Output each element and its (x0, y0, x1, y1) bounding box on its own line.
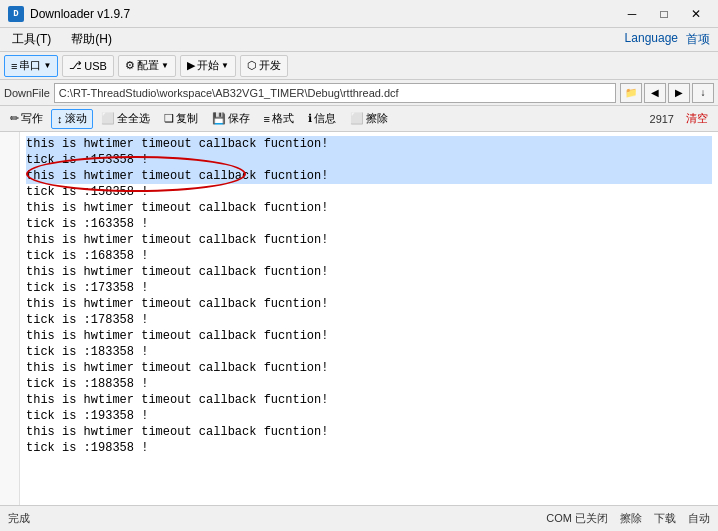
write-button[interactable]: ✏ 写作 (4, 109, 49, 129)
dev-button[interactable]: ⬡ 开发 (240, 55, 288, 77)
format-label: 格式 (272, 111, 294, 126)
log-line: this is hwtimer timeout callback fucntio… (26, 360, 712, 376)
scroll-label: 滚动 (65, 111, 87, 126)
menu-left: 工具(T) 帮助(H) (8, 29, 116, 50)
filepath-open-button[interactable]: 📁 (620, 83, 642, 103)
log-line: this is hwtimer timeout callback fucntio… (26, 392, 712, 408)
serial-label: 串口 (19, 58, 41, 73)
filepath-next-button[interactable]: ▶ (668, 83, 690, 103)
copy-icon: ❑ (164, 112, 174, 125)
erase-button[interactable]: ⬜ 擦除 (344, 109, 394, 129)
filepath-bar: DownFile 📁 ◀ ▶ ↓ (0, 80, 718, 106)
title-text: Downloader v1.9.7 (30, 7, 130, 21)
log-line: this is hwtimer timeout callback fucntio… (26, 200, 712, 216)
log-line: tick is :183358 ! (26, 344, 712, 360)
mode-status: 自动 (688, 511, 710, 526)
erase-label: 擦除 (366, 111, 388, 126)
close-button[interactable]: ✕ (682, 4, 710, 24)
log-line: tick is :168358 ! (26, 248, 712, 264)
menu-tools[interactable]: 工具(T) (8, 29, 55, 50)
status-right: COM 已关闭 擦除 下载 自动 (546, 511, 710, 526)
scroll-icon: ↕ (57, 113, 63, 125)
erase-status: 擦除 (620, 511, 642, 526)
log-line: this is hwtimer timeout callback fucntio… (26, 168, 712, 184)
select-all-label: 全全选 (117, 111, 150, 126)
select-all-button[interactable]: ⬜ 全全选 (95, 109, 156, 129)
title-bar-controls: ─ □ ✕ (618, 4, 710, 24)
log-line: tick is :178358 ! (26, 312, 712, 328)
save-icon: 💾 (212, 112, 226, 125)
log-line: tick is :163358 ! (26, 216, 712, 232)
info-label: 信息 (314, 111, 336, 126)
app-icon: D (8, 6, 24, 22)
start-dropdown-arrow: ▼ (221, 61, 229, 70)
select-all-icon: ⬜ (101, 112, 115, 125)
menu-home[interactable]: 首项 (686, 31, 710, 48)
write-icon: ✏ (10, 112, 19, 125)
copy-button[interactable]: ❑ 复制 (158, 109, 204, 129)
title-bar: D Downloader v1.9.7 ─ □ ✕ (0, 0, 718, 28)
format-icon: ≡ (264, 113, 270, 125)
write-label: 写作 (21, 111, 43, 126)
log-line: tick is :193358 ! (26, 408, 712, 424)
log-line: tick is :153358 ! (26, 152, 712, 168)
format-button[interactable]: ≡ 格式 (258, 109, 300, 129)
info-icon: ℹ (308, 112, 312, 125)
log-line: this is hwtimer timeout callback fucntio… (26, 328, 712, 344)
filepath-label: DownFile (4, 87, 50, 99)
start-button[interactable]: ▶ 开始 ▼ (180, 55, 236, 77)
download-status: 下载 (654, 511, 676, 526)
usb-button[interactable]: ⎇ USB (62, 55, 114, 77)
filepath-buttons: 📁 ◀ ▶ ↓ (620, 83, 714, 103)
config-icon: ⚙ (125, 59, 135, 72)
log-line: this is hwtimer timeout callback fucntio… (26, 424, 712, 440)
com-status: COM 已关闭 (546, 511, 608, 526)
start-label: 开始 (197, 58, 219, 73)
menu-right: Language 首项 (625, 31, 710, 48)
toolbar1: ≡ 串口 ▼ ⎇ USB ⚙ 配置 ▼ ▶ 开始 ▼ ⬡ 开发 (0, 52, 718, 80)
scroll-button[interactable]: ↕ 滚动 (51, 109, 93, 129)
log-line: this is hwtimer timeout callback fucntio… (26, 136, 712, 152)
log-line: this is hwtimer timeout callback fucntio… (26, 296, 712, 312)
serial-button[interactable]: ≡ 串口 ▼ (4, 55, 58, 77)
log-line: tick is :198358 ! (26, 440, 712, 456)
status-text: 完成 (8, 511, 30, 526)
log-line: this is hwtimer timeout callback fucntio… (26, 232, 712, 248)
start-icon: ▶ (187, 59, 195, 72)
filepath-action-button[interactable]: ↓ (692, 83, 714, 103)
save-button[interactable]: 💾 保存 (206, 109, 256, 129)
toolbar2: ✏ 写作 ↕ 滚动 ⬜ 全全选 ❑ 复制 💾 保存 ≡ 格式 ℹ 信息 ⬜ 擦除… (0, 106, 718, 132)
dev-label: 开发 (259, 58, 281, 73)
config-label: 配置 (137, 58, 159, 73)
config-button[interactable]: ⚙ 配置 ▼ (118, 55, 176, 77)
line-numbers (0, 132, 20, 505)
serial-icon: ≡ (11, 60, 17, 72)
title-bar-left: D Downloader v1.9.7 (8, 6, 130, 22)
usb-icon: ⎇ (69, 59, 82, 72)
menu-language[interactable]: Language (625, 31, 678, 48)
config-dropdown-arrow: ▼ (161, 61, 169, 70)
copy-label: 复制 (176, 111, 198, 126)
maximize-button[interactable]: □ (650, 4, 678, 24)
content-area: this is hwtimer timeout callback fucntio… (0, 132, 718, 505)
log-line: tick is :173358 ! (26, 280, 712, 296)
menu-help[interactable]: 帮助(H) (67, 29, 116, 50)
save-label: 保存 (228, 111, 250, 126)
dev-icon: ⬡ (247, 59, 257, 72)
log-line: tick is :158358 ! (26, 184, 712, 200)
filepath-prev-button[interactable]: ◀ (644, 83, 666, 103)
info-button[interactable]: ℹ 信息 (302, 109, 342, 129)
filepath-input[interactable] (54, 83, 616, 103)
erase-icon: ⬜ (350, 112, 364, 125)
status-bar: 完成 COM 已关闭 擦除 下载 自动 (0, 505, 718, 531)
console-output[interactable]: this is hwtimer timeout callback fucntio… (20, 132, 718, 505)
line-count: 2917 (650, 113, 674, 125)
log-line: tick is :188358 ! (26, 376, 712, 392)
serial-dropdown-arrow: ▼ (43, 61, 51, 70)
menu-bar: 工具(T) 帮助(H) Language 首项 (0, 28, 718, 52)
minimize-button[interactable]: ─ (618, 4, 646, 24)
usb-label: USB (84, 60, 107, 72)
log-line: this is hwtimer timeout callback fucntio… (26, 264, 712, 280)
clear-all-button[interactable]: 清空 (680, 109, 714, 129)
